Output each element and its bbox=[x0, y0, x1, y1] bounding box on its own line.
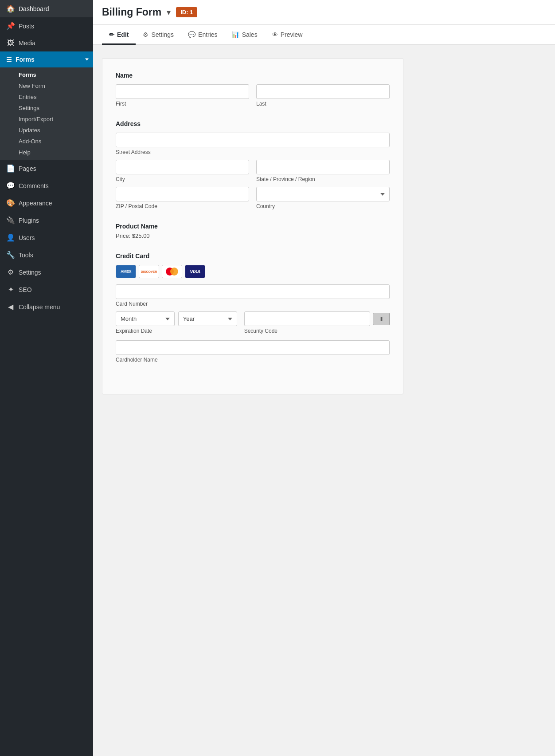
first-name-input[interactable] bbox=[116, 84, 249, 99]
security-card-icon bbox=[373, 313, 390, 325]
address-section-label: Address bbox=[116, 120, 390, 127]
seo-icon: ✦ bbox=[6, 285, 15, 294]
cardholder-name-input[interactable] bbox=[116, 340, 390, 355]
security-label: Security Code bbox=[244, 328, 390, 334]
submenu-item-addons[interactable]: Add-Ons bbox=[14, 136, 93, 147]
city-label: City bbox=[116, 176, 249, 182]
city-col: City bbox=[116, 160, 249, 182]
state-label: State / Province / Region bbox=[256, 176, 390, 182]
edit-tab-icon: ✏ bbox=[109, 31, 114, 38]
street-address-input[interactable] bbox=[116, 133, 390, 147]
sidebar-item-appearance[interactable]: 🎨 Appearance bbox=[0, 194, 93, 212]
submenu-item-new-form[interactable]: New Form bbox=[14, 80, 93, 91]
sidebar-item-collapse[interactable]: ◀ Collapse menu bbox=[0, 298, 93, 315]
last-name-label: Last bbox=[256, 101, 390, 107]
security-wrapper bbox=[244, 311, 390, 326]
sidebar-item-pages[interactable]: 📄 Pages bbox=[0, 160, 93, 177]
cc-logos: AMEX DISCOVER VISA bbox=[116, 265, 390, 278]
country-select[interactable] bbox=[256, 187, 390, 201]
tab-preview[interactable]: 👁 Preview bbox=[265, 25, 310, 45]
expiry-dropdowns: Month JanuaryFebruaryMarch AprilMayJune … bbox=[116, 311, 237, 326]
sidebar-item-settings[interactable]: ⚙ Settings bbox=[0, 264, 93, 281]
city-input[interactable] bbox=[116, 160, 249, 174]
submenu-item-forms[interactable]: Forms bbox=[14, 69, 93, 80]
card-number-row: Card Number bbox=[116, 284, 390, 307]
posts-icon: 📌 bbox=[6, 22, 15, 30]
month-select[interactable]: Month JanuaryFebruaryMarch AprilMayJune … bbox=[116, 311, 175, 326]
comments-icon: 💬 bbox=[6, 181, 15, 190]
expiry-col: Month JanuaryFebruaryMarch AprilMayJune … bbox=[116, 311, 237, 334]
last-name-input[interactable] bbox=[256, 84, 390, 99]
forms-arrow-icon bbox=[85, 59, 89, 61]
form-area: Name First Last Address Stre bbox=[93, 45, 555, 756]
expiry-security-row: Month JanuaryFebruaryMarch AprilMayJune … bbox=[116, 311, 390, 334]
card-number-input[interactable] bbox=[116, 284, 390, 299]
amex-logo: AMEX bbox=[116, 265, 136, 278]
submenu-item-entries[interactable]: Entries bbox=[14, 91, 93, 102]
sidebar-section-forms: ☰ Forms Forms New Form Entries Settings … bbox=[0, 51, 93, 160]
year-wrapper: Year 2024202520262027 202820292030 bbox=[178, 311, 237, 326]
card-number-label: Card Number bbox=[116, 301, 390, 307]
page-title: Billing Form bbox=[102, 6, 161, 18]
sidebar-item-comments[interactable]: 💬 Comments bbox=[0, 177, 93, 194]
name-section: Name First Last bbox=[116, 72, 390, 107]
mc-circles bbox=[166, 268, 178, 276]
street-label: Street Address bbox=[116, 149, 390, 155]
title-dropdown-icon[interactable]: ▾ bbox=[167, 8, 171, 17]
discover-logo: DISCOVER bbox=[139, 265, 159, 278]
last-name-col: Last bbox=[256, 84, 390, 107]
tab-settings[interactable]: ⚙ Settings bbox=[136, 25, 181, 45]
forms-icon: ☰ bbox=[6, 56, 12, 63]
name-section-label: Name bbox=[116, 72, 390, 79]
street-address-row: Street Address bbox=[116, 133, 390, 155]
tab-entries[interactable]: 💬 Entries bbox=[181, 25, 225, 45]
zip-input[interactable] bbox=[116, 187, 249, 201]
first-name-col: First bbox=[116, 84, 249, 107]
settings-tab-icon: ⚙ bbox=[143, 31, 149, 38]
tab-bar: ✏ Edit ⚙ Settings 💬 Entries 📊 Sales 👁 Pr… bbox=[93, 25, 555, 45]
media-icon: 🖼 bbox=[6, 39, 15, 47]
city-state-row: City State / Province / Region bbox=[116, 160, 390, 182]
sidebar-item-tools[interactable]: 🔧 Tools bbox=[0, 246, 93, 264]
visa-logo: VISA bbox=[185, 265, 205, 278]
settings-icon: ⚙ bbox=[6, 268, 15, 276]
sidebar-item-plugins[interactable]: 🔌 Plugins bbox=[0, 212, 93, 229]
plugins-icon: 🔌 bbox=[6, 216, 15, 224]
users-icon: 👤 bbox=[6, 233, 15, 242]
tools-icon: 🔧 bbox=[6, 251, 15, 259]
tab-edit[interactable]: ✏ Edit bbox=[102, 25, 136, 45]
cardholder-label: Cardholder Name bbox=[116, 357, 390, 363]
credit-card-section: Credit Card AMEX DISCOVER bbox=[116, 252, 390, 363]
dashboard-icon: 🏠 bbox=[6, 4, 15, 13]
sidebar-item-seo[interactable]: ✦ SEO bbox=[0, 281, 93, 298]
mastercard-logo bbox=[162, 265, 182, 278]
year-select[interactable]: Year 2024202520262027 202820292030 bbox=[178, 311, 237, 326]
cardholder-row: Cardholder Name bbox=[116, 340, 390, 363]
security-code-input[interactable] bbox=[244, 311, 370, 326]
main-content: Billing Form ▾ ID: 1 ✏ Edit ⚙ Settings 💬… bbox=[93, 0, 555, 756]
top-bar: Billing Form ▾ ID: 1 bbox=[93, 0, 555, 25]
sidebar-item-forms[interactable]: ☰ Forms bbox=[0, 51, 93, 67]
submenu-item-help[interactable]: Help bbox=[14, 147, 93, 158]
expiry-label: Expiration Date bbox=[116, 328, 237, 334]
pages-icon: 📄 bbox=[6, 164, 15, 173]
forms-submenu: Forms New Form Entries Settings Import/E… bbox=[0, 67, 93, 160]
state-input[interactable] bbox=[256, 160, 390, 174]
form-card: Name First Last Address Stre bbox=[102, 58, 403, 394]
month-wrapper: Month JanuaryFebruaryMarch AprilMayJune … bbox=[116, 311, 175, 326]
sidebar-item-dashboard[interactable]: 🏠 Dashboard bbox=[0, 0, 93, 17]
address-section: Address Street Address City State / Prov… bbox=[116, 120, 390, 209]
sidebar-item-users[interactable]: 👤 Users bbox=[0, 229, 93, 246]
submenu-item-settings[interactable]: Settings bbox=[14, 102, 93, 114]
state-col: State / Province / Region bbox=[256, 160, 390, 182]
entries-tab-icon: 💬 bbox=[188, 31, 195, 38]
zip-label: ZIP / Postal Code bbox=[116, 203, 249, 209]
sidebar-item-posts[interactable]: 📌 Posts bbox=[0, 17, 93, 35]
submenu-item-updates[interactable]: Updates bbox=[14, 125, 93, 136]
sidebar-item-media[interactable]: 🖼 Media bbox=[0, 35, 93, 51]
submenu-item-import[interactable]: Import/Export bbox=[14, 114, 93, 125]
country-label: Country bbox=[256, 203, 390, 209]
cc-section-label: Credit Card bbox=[116, 252, 390, 260]
tab-sales[interactable]: 📊 Sales bbox=[225, 25, 265, 45]
appearance-icon: 🎨 bbox=[6, 199, 15, 207]
